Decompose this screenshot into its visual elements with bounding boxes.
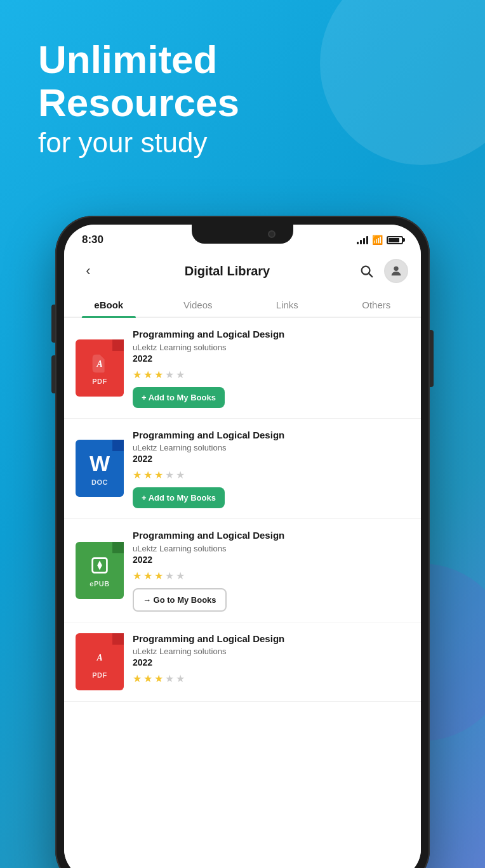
tab-videos[interactable]: Videos [154,291,243,317]
star-5: ★ [176,369,185,381]
list-item: W DOC Programming and Logical Design uLe… [64,419,421,520]
book-icon-pdf: A PDF [76,339,124,397]
book-title: Programming and Logical Design [133,328,409,341]
book-icon-doc: W DOC [76,440,124,497]
book-year: 2022 [133,555,409,565]
signal-icon [357,235,368,244]
svg-text:A: A [96,358,102,368]
svg-line-1 [369,273,372,277]
pdf-symbol-icon-2: A [88,645,112,669]
book-year: 2022 [133,353,409,364]
status-icons: 📶 [357,235,403,245]
star-3: ★ [154,469,163,481]
hero-section: Unlimited Resources for your study [38,38,239,159]
book-type-label: PDF [92,671,107,679]
app-header: ‹ Digital Library [64,251,421,291]
book-info: Programming and Logical Design uLektz Le… [133,529,409,612]
star-2: ★ [143,469,152,481]
battery-icon [387,236,403,244]
go-to-my-books-button[interactable]: → Go to My Books [133,588,227,612]
back-chevron-icon: ‹ [86,263,90,279]
goto-button-label: → Go to My Books [143,595,216,605]
star-2: ★ [143,673,152,685]
pdf-symbol-icon: A [88,351,112,375]
svg-text:A: A [96,652,102,662]
book-info: Programming and Logical Design uLektz Le… [133,429,409,509]
star-1: ★ [133,570,142,582]
book-author: uLektz Learning solutions [133,647,409,656]
phone-mockup: 8:30 📶 ‹ Digital Library [55,216,430,868]
list-item: A PDF Programming and Logical Design uLe… [64,318,421,419]
book-info: Programming and Logical Design uLektz Le… [133,328,409,408]
add-to-my-books-button[interactable]: + Add to My Books [133,387,225,408]
book-title: Programming and Logical Design [133,429,409,442]
back-button[interactable]: ‹ [77,260,100,282]
star-1: ★ [133,469,142,481]
book-author: uLektz Learning solutions [133,343,409,352]
star-rating: ★ ★ ★ ★ ★ [133,673,409,685]
star-2: ★ [143,570,152,582]
book-list: A PDF Programming and Logical Design uLe… [64,318,421,868]
book-type-label: PDF [92,378,107,385]
hero-line2: Resources [38,81,239,124]
epub-symbol-icon [88,553,112,577]
tab-ebook[interactable]: eBook [64,291,154,317]
add-button-label: + Add to My Books [142,393,216,402]
list-item: ePUB Programming and Logical Design uLek… [64,519,421,622]
header-title: Digital Library [100,264,355,279]
tab-others[interactable]: Others [332,291,422,317]
tabs-bar: eBook Videos Links Others [64,291,421,318]
notch [192,225,293,244]
avatar-button[interactable] [384,259,408,283]
book-type-label: DOC [91,478,108,486]
time-display: 8:30 [82,233,103,246]
star-5: ★ [176,673,185,685]
star-1: ★ [133,369,142,381]
star-1: ★ [133,673,142,685]
svg-point-2 [394,266,398,271]
book-author: uLektz Learning solutions [133,544,409,553]
doc-symbol-icon: W [90,451,110,476]
book-author: uLektz Learning solutions [133,443,409,452]
phone-screen: 8:30 📶 ‹ Digital Library [64,225,421,868]
search-button[interactable] [355,260,378,282]
book-title: Programming and Logical Design [133,529,409,542]
star-4: ★ [165,673,174,685]
hero-subtitle: for your study [38,127,239,159]
star-rating: ★ ★ ★ ★ ★ [133,570,409,582]
book-icon-epub: ePUB [76,542,124,599]
hero-line1: Unlimited [38,37,217,81]
battery-fill [389,238,399,242]
book-info: Programming and Logical Design uLektz Le… [133,633,409,692]
search-icon [359,264,373,278]
book-title: Programming and Logical Design [133,633,409,645]
star-5: ★ [176,469,185,481]
book-icon-pdf: A PDF [76,633,124,690]
user-avatar-icon [389,264,403,278]
wifi-icon: 📶 [372,235,383,245]
add-to-my-books-button[interactable]: + Add to My Books [133,487,225,508]
book-type-label: ePUB [90,580,109,588]
tab-links[interactable]: Links [242,291,332,317]
header-actions [355,259,408,283]
bg-decoration-circle-1 [320,0,485,165]
book-year: 2022 [133,657,409,667]
phone-shell: 8:30 📶 ‹ Digital Library [55,216,430,868]
status-bar: 8:30 📶 [64,225,421,251]
list-item: A PDF Programming and Logical Design uLe… [64,622,421,702]
star-4: ★ [165,469,174,481]
star-4: ★ [165,369,174,381]
star-rating: ★ ★ ★ ★ ★ [133,369,409,381]
star-3: ★ [154,369,163,381]
star-4: ★ [165,570,174,582]
star-3: ★ [154,570,163,582]
star-5: ★ [176,570,185,582]
book-year: 2022 [133,454,409,464]
add-button-label: + Add to My Books [142,493,216,503]
star-3: ★ [154,673,163,685]
star-2: ★ [143,369,152,381]
camera-icon [268,230,276,238]
star-rating: ★ ★ ★ ★ ★ [133,469,409,481]
